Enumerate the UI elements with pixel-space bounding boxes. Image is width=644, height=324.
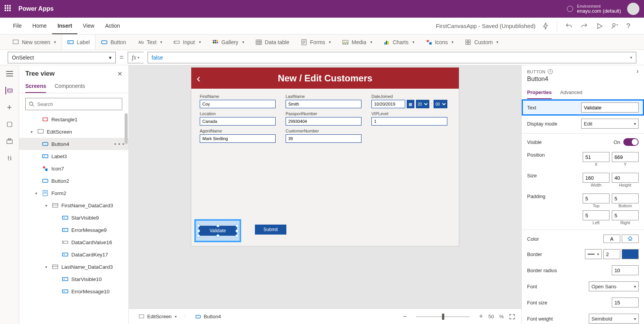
font-weight-select[interactable]: Semibold▾ [589, 314, 639, 324]
tree-tab-screens[interactable]: Screens [25, 81, 46, 93]
input-firstname[interactable] [200, 100, 276, 108]
resize-handle[interactable] [197, 234, 200, 238]
tree-item-form2[interactable]: ▾Form2 [19, 187, 128, 199]
tree-item-button4[interactable]: Button4• • • [19, 138, 128, 150]
rail-hamburger[interactable] [6, 70, 13, 78]
rail-tree-view[interactable] [5, 87, 13, 94]
visible-toggle[interactable] [623, 138, 639, 146]
input-location[interactable] [200, 117, 276, 126]
waffle-icon[interactable] [5, 5, 12, 13]
expand-icon[interactable]: › [636, 67, 639, 75]
select-hour[interactable]: 20 [416, 100, 430, 108]
tree-item-firstname_datacard3[interactable]: ▾FirstName_DataCard3 [19, 199, 128, 212]
border-radius-input[interactable] [612, 265, 639, 275]
more-icon[interactable]: • • • [114, 141, 125, 147]
redo-icon[interactable] [580, 22, 588, 30]
submit-button[interactable]: Submit [255, 225, 286, 235]
input-agent[interactable] [200, 134, 276, 143]
resize-handle[interactable] [235, 224, 239, 227]
ribbon-text[interactable]: Abc Text▾ [132, 35, 168, 50]
ribbon-datatable[interactable]: Data table [250, 35, 295, 50]
resize-handle[interactable] [235, 234, 239, 238]
fit-icon[interactable] [509, 314, 515, 320]
user-avatar[interactable] [627, 3, 639, 15]
breadcrumb-element[interactable]: Button4 [192, 312, 225, 321]
ribbon-gallery[interactable]: Gallery▾ [207, 35, 250, 50]
rail-media[interactable] [6, 137, 13, 145]
font-size-input[interactable] [612, 298, 639, 307]
resize-handle[interactable] [216, 224, 220, 227]
prop-pos-y[interactable] [612, 152, 639, 162]
border-color-swatch[interactable] [622, 249, 639, 259]
text-color-swatch[interactable]: A [603, 235, 620, 243]
property-dropdown[interactable]: OnSelect ▾ [8, 52, 116, 63]
calendar-icon[interactable]: ▦ [407, 100, 414, 108]
ribbon-forms[interactable]: Forms▾ [295, 35, 337, 50]
tree-item-datacardkey17[interactable]: DataCardKey17 [19, 248, 128, 261]
input-lastname[interactable] [286, 100, 361, 108]
environment-picker[interactable]: Environment enayu.com (default) [567, 4, 621, 14]
resize-handle[interactable] [216, 234, 220, 238]
tree-item-starvisible9[interactable]: StarVisible9 [19, 212, 128, 224]
border-width-input[interactable] [603, 249, 620, 259]
rail-advanced[interactable] [6, 154, 13, 162]
select-min[interactable]: 00 [434, 100, 447, 108]
ribbon-media[interactable]: Media▾ [337, 35, 378, 50]
breadcrumb-screen[interactable]: EditScreen▾ [135, 312, 181, 321]
props-tab-advanced[interactable]: Advanced [560, 87, 582, 99]
prop-displaymode-select[interactable]: Edit▾ [581, 119, 639, 129]
prop-pad-right[interactable] [612, 210, 639, 220]
tree-item-errormessage10[interactable]: ErrorMessage10 [19, 285, 128, 298]
formula-expand-icon[interactable]: ▾ [630, 55, 632, 60]
ribbon-icons[interactable]: Icons▾ [420, 35, 459, 50]
design-stage[interactable]: ‹ New / Edit Customers FirstName LastNam… [191, 68, 459, 246]
resize-handle[interactable] [197, 229, 200, 233]
rail-insert[interactable]: + [6, 104, 13, 111]
prop-size-h[interactable] [612, 173, 639, 183]
close-icon[interactable]: ✕ [117, 70, 122, 78]
tree-scrollbar[interactable] [125, 113, 128, 144]
input-custnum[interactable] [286, 134, 361, 143]
health-icon[interactable] [542, 22, 549, 30]
zoom-in[interactable]: + [479, 312, 483, 321]
tree-item-datacardvalue16[interactable]: DataCardValue16 [19, 236, 128, 248]
ribbon-custom[interactable]: Custom▾ [459, 35, 504, 50]
zoom-out[interactable]: − [403, 312, 407, 321]
prop-pad-left[interactable] [583, 210, 610, 220]
prop-text-input[interactable] [581, 102, 639, 112]
tree-search-input[interactable] [37, 101, 119, 107]
tree-item-rectangle1[interactable]: Rectangle1 [19, 113, 128, 126]
tree-search[interactable] [25, 98, 122, 110]
menu-action[interactable]: Action [100, 18, 125, 34]
prop-pad-bottom[interactable] [612, 193, 639, 203]
fill-color-swatch[interactable] [622, 235, 639, 243]
border-style-select[interactable]: ▾ [585, 249, 602, 259]
input-date[interactable] [371, 100, 405, 108]
prop-pos-x[interactable] [583, 152, 610, 162]
input-vip[interactable] [371, 117, 447, 126]
fx-button[interactable]: fx▾ [128, 52, 144, 63]
ribbon-input[interactable]: Input▾ [168, 35, 206, 50]
tree-item-label3[interactable]: Label3 [19, 150, 128, 162]
ribbon-label[interactable]: Label [62, 35, 95, 50]
prop-pad-top[interactable] [583, 193, 610, 203]
share-icon[interactable] [611, 22, 619, 30]
undo-icon[interactable] [565, 22, 573, 30]
prop-size-w[interactable] [583, 173, 610, 183]
tree-item-icon7[interactable]: Icon7 [19, 162, 128, 175]
tree-tab-components[interactable]: Components [54, 81, 85, 93]
font-select[interactable]: Open Sans▾ [589, 281, 639, 291]
formula-input[interactable]: false ▾ [148, 52, 636, 63]
validate-button[interactable]: Validate [199, 226, 237, 236]
play-icon[interactable] [596, 22, 603, 30]
input-passport[interactable] [286, 117, 361, 126]
ribbon-new-screen[interactable]: New screen▾ [7, 35, 62, 50]
zoom-slider[interactable] [416, 316, 470, 317]
tree-item-editscreen[interactable]: ▾EditScreen [19, 126, 128, 138]
tree-item-errormessage9[interactable]: ErrorMessage9 [19, 224, 128, 236]
back-icon[interactable]: ‹ [197, 72, 200, 85]
info-icon[interactable]: ? [548, 69, 553, 74]
resize-handle[interactable] [197, 224, 200, 227]
help-icon[interactable]: ? [626, 22, 634, 30]
resize-handle[interactable] [235, 229, 239, 233]
